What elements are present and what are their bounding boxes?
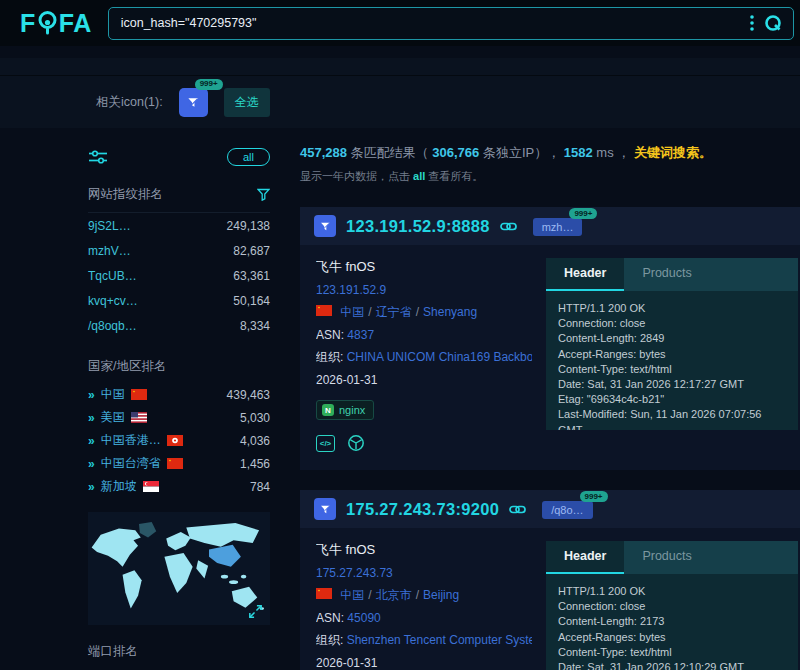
flag-us-icon [131,412,147,423]
http-header-line: Content-Length: 2849 [558,331,786,346]
result-address-link[interactable]: 123.191.52.9:8888 [346,217,490,236]
result-card-header: 175.27.243.73:9200 /q8o… 999+ [300,490,800,528]
org-link[interactable]: Shenzhen Tencent Computer Systems Compa… [347,633,532,647]
country-link[interactable]: 中国 [340,305,364,319]
city-link[interactable]: Beijing [423,588,459,602]
result-asn: ASN: 45090 [316,611,532,625]
http-header-line: Content-Length: 2173 [558,614,786,629]
fingerprint-link[interactable]: TqcUB… [88,269,137,283]
panel-tabs: Header Products [546,258,798,291]
view-source-icon[interactable]: </> [316,435,335,452]
funnel-icon[interactable] [257,188,270,201]
http-header-line: Last-Modified: Sun, 11 Jan 2026 07:07:56… [558,407,786,430]
result-details: 飞牛 fnOS 175.27.243.73 中国/北京市/Beijing ASN… [316,541,532,670]
fofa-logo[interactable]: FFA [20,9,92,38]
result-ip-link[interactable]: 123.191.52.9 [316,283,386,297]
map-africa [164,553,192,593]
related-icon-chip-wrap: 999+ [179,88,208,117]
tab-products[interactable]: Products [624,258,709,291]
fingerprint-link[interactable]: /q8oqb… [88,319,137,333]
region-count: 5,030 [240,411,270,425]
fingerprint-row: /q8oqb…8,334 [88,313,270,338]
tab-header[interactable]: Header [546,541,624,574]
all-filter-pill[interactable]: all [227,148,270,166]
result-location: 中国/辽宁省/Shenyang [316,304,532,321]
kebab-menu-icon[interactable] [750,14,754,32]
region-link[interactable]: 中国台湾省 [101,455,161,472]
result-details: 飞牛 fnOS 123.191.52.9 中国/辽宁省/Shenyang ASN… [316,258,532,452]
related-favicon-button[interactable] [179,88,208,117]
region-row: »中国 439,463 [88,383,270,406]
keyword-search-link[interactable]: 关键词搜索。 [634,145,712,160]
result-favicon[interactable] [314,215,336,237]
related-icon-band: 相关icon(1): 999+ 全选 [0,58,800,128]
org-link[interactable]: CHINA UNICOM China169 Backbone [347,350,532,364]
asn-label: ASN: [316,611,344,625]
result-card-body: 飞牛 fnOS 123.191.52.9 中国/辽宁省/Shenyang ASN… [300,245,800,470]
result-favicon[interactable] [314,498,336,520]
link-chain-icon[interactable] [500,221,517,232]
cube-api-icon[interactable] [347,434,365,452]
region-link[interactable]: 中国香港… [101,432,161,449]
http-header-panel: Header Products HTTP/1.1 200 OK Connecti… [546,541,798,670]
region-count: 1,456 [240,457,270,471]
fingerprint-link[interactable]: 9jS2L… [88,219,131,233]
http-header-line: Accept-Ranges: bytes [558,630,786,645]
match-label: 条匹配结果（ [351,145,429,160]
fofa-page: FFA 相关icon(1): 999+ 全选 [0,0,800,670]
result-tag[interactable]: /q8o… [542,501,592,519]
sidebar-toolbar: all [88,144,270,170]
search-icon[interactable] [764,14,783,33]
region-link[interactable]: 美国 [101,409,125,426]
http-header-line: Content-Type: text/html [558,362,786,377]
fingerprint-title: 网站指纹排名 [88,186,163,203]
server-product-tag[interactable]: Nnginx [316,400,374,420]
fingerprint-link[interactable]: mzhV… [88,244,131,258]
asn-link[interactable]: 4837 [347,328,374,342]
province-link[interactable]: 北京市 [376,588,412,602]
asn-link[interactable]: 45090 [347,611,380,625]
flag-cn-icon [316,588,332,599]
select-all-button[interactable]: 全选 [224,88,270,117]
result-address-link[interactable]: 175.27.243.73:9200 [346,500,499,519]
top-navbar: FFA [0,0,800,46]
result-card-header: 123.191.52.9:8888 mzh… 999+ [300,207,800,245]
region-link[interactable]: 新加坡 [101,478,137,495]
country-link[interactable]: 中国 [340,588,364,602]
result-asn: ASN: 4837 [316,328,532,342]
port-title: 端口排名 [88,643,270,660]
ip-count: 306,766 [432,145,479,160]
map-expand-icon[interactable] [247,603,264,620]
link-chain-icon[interactable] [509,504,526,515]
note-suffix: 查看所有。 [425,170,483,182]
result-tag-wrap: mzh… 999+ [533,217,583,235]
results-summary: 457,288 条匹配结果（ 306,766 条独立IP）， 1582 ms ，… [300,144,800,162]
asn-label: ASN: [316,328,344,342]
result-tag[interactable]: mzh… [533,218,583,236]
filter-sliders-icon[interactable] [88,149,108,165]
province-link[interactable]: 辽宁省 [376,305,412,319]
fingerprint-section-header: 网站指纹排名 [88,186,270,213]
region-link[interactable]: 中国 [101,386,125,403]
search-input[interactable] [121,16,750,30]
fingerprint-row: kvq+cv…50,164 [88,288,270,313]
tab-header[interactable]: Header [546,258,624,291]
all-data-link[interactable]: all [413,170,425,182]
http-header-line: Content-Type: text/html [558,645,786,660]
tab-products[interactable]: Products [624,541,709,574]
http-headers-content[interactable]: HTTP/1.1 200 OK Connection: close Conten… [546,574,798,670]
chevron-right-icon: » [88,411,95,425]
http-headers-content[interactable]: HTTP/1.1 200 OK Connection: close Conten… [546,291,798,430]
result-actions: </> [316,434,532,452]
fingerprint-link[interactable]: kvq+cv… [88,294,138,308]
map-south-america [123,570,142,608]
chevron-right-icon: » [88,480,95,494]
region-count: 4,036 [240,434,270,448]
logo-text-left: F [20,9,36,38]
stats-sidebar: all 网站指纹排名 9jS2L…249,138 mzhV…82,687 Tqc… [88,144,270,670]
result-ip-link[interactable]: 175.27.243.73 [316,566,393,580]
world-map[interactable] [88,512,270,625]
http-header-line: Accept-Ranges: bytes [558,347,786,362]
ip-label: 条独立IP）， [483,145,560,160]
city-link[interactable]: Shenyang [423,305,477,319]
